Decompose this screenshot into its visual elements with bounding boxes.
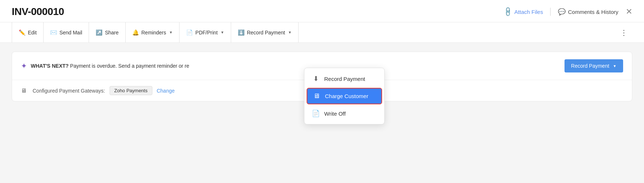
dropdown-item-charge-customer[interactable]: 🖥 Charge Customer [307, 88, 382, 104]
edit-button[interactable]: ✏️ Edit [12, 22, 44, 42]
record-payment-dropdown-label: Record Payment [324, 76, 365, 82]
comments-icon: 💬 [558, 8, 566, 16]
invoice-id: INV-000010 [12, 6, 64, 18]
share-button[interactable]: ↗️ Share [89, 22, 125, 42]
dropdown-menu: ⬇ Record Payment 🖥 Charge Customer 📄 Wri… [304, 68, 385, 124]
reminders-dropdown-arrow: ▼ [169, 30, 173, 34]
whats-next-message: Payment is overdue. Send a payment remin… [69, 63, 189, 69]
mail-icon: ✉️ [50, 29, 57, 36]
send-mail-button[interactable]: ✉️ Send Mail [44, 22, 89, 42]
top-header: INV-000010 🔗 Attach Files 💬 Comments & H… [0, 0, 644, 22]
record-payment-label: Record Payment [247, 30, 285, 36]
attach-files-label: Attach Files [514, 9, 543, 15]
whats-next-text: WHAT'S NEXT? Payment is overdue. Send a … [31, 63, 559, 69]
record-payment-dropdown-icon: ⬇ [312, 75, 320, 83]
close-button[interactable]: ✕ [626, 8, 632, 16]
reminders-label: Reminders [141, 30, 166, 36]
pdf-print-button[interactable]: 📄 PDF/Print ▼ [179, 22, 231, 42]
reminders-button[interactable]: 🔔 Reminders ▼ [126, 22, 180, 42]
header-actions: 🔗 Attach Files 💬 Comments & History ✕ [504, 8, 632, 16]
edit-icon: ✏️ [19, 29, 26, 36]
charge-customer-label: Charge Customer [325, 93, 368, 99]
attach-files-button[interactable]: 🔗 Attach Files [504, 8, 543, 16]
dropdown-item-record-payment[interactable]: ⬇ Record Payment [304, 70, 384, 87]
record-payment-blue-arrow: ▼ [613, 64, 617, 68]
edit-label: Edit [28, 30, 37, 36]
header-divider [550, 8, 551, 16]
record-payment-blue-label: Record Payment [571, 63, 609, 69]
record-payment-icon: ⬇️ [238, 29, 245, 36]
content-area: ✦ WHAT'S NEXT? Payment is overdue. Send … [0, 43, 644, 183]
gateway-name: Zoho Payments [110, 86, 152, 95]
record-payment-blue-button[interactable]: Record Payment ▼ [565, 59, 623, 72]
write-off-label: Write Off [324, 111, 346, 117]
more-options-button[interactable]: ⋮ [616, 25, 632, 40]
whats-next-heading: WHAT'S NEXT? [31, 63, 69, 69]
record-payment-button[interactable]: ⬇️ Record Payment ▼ [231, 22, 299, 42]
send-mail-label: Send Mail [59, 30, 82, 36]
record-payment-dropdown-arrow: ▼ [288, 30, 292, 34]
change-link[interactable]: Change [157, 88, 175, 94]
toolbar: ✏️ Edit ✉️ Send Mail ↗️ Share 🔔 Reminder… [0, 22, 644, 43]
share-label: Share [105, 30, 118, 36]
pdf-icon: 📄 [186, 29, 193, 36]
charge-customer-icon: 🖥 [312, 92, 321, 100]
pdf-dropdown-arrow: ▼ [221, 30, 224, 34]
comments-history-label: Comments & History [568, 9, 618, 15]
pdf-print-label: PDF/Print [195, 30, 218, 36]
paperclip-icon: 🔗 [503, 6, 514, 17]
comments-history-button[interactable]: 💬 Comments & History [558, 8, 618, 16]
dropdown-item-write-off[interactable]: 📄 Write Off [304, 105, 384, 122]
gateway-label: Configured Payment Gateways: [33, 88, 105, 94]
gateway-icon: 🖥 [21, 87, 27, 94]
sparkle-icon: ✦ [21, 61, 27, 70]
reminders-icon: 🔔 [132, 29, 139, 36]
share-icon: ↗️ [96, 29, 103, 36]
write-off-icon: 📄 [312, 109, 320, 117]
